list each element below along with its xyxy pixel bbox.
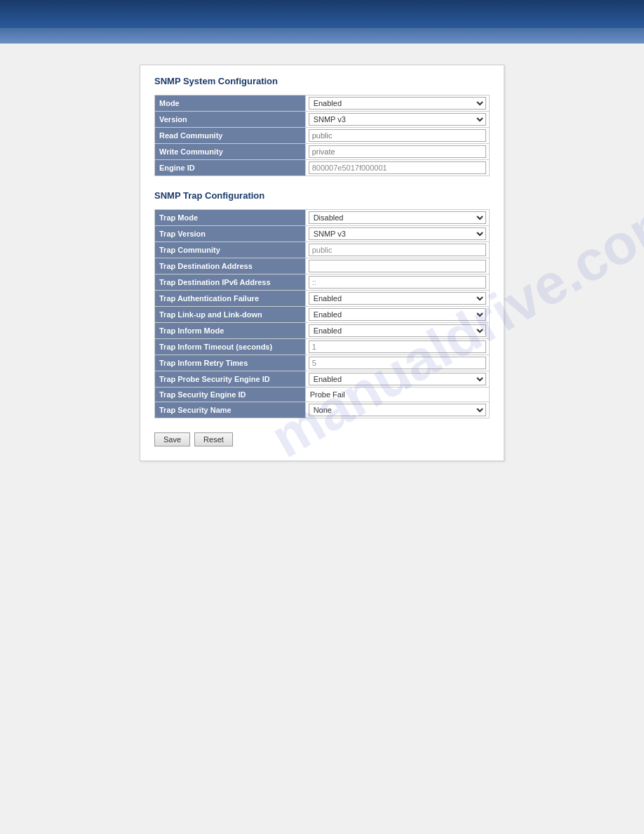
snmp-trap-title: SNMP Trap Configuration	[154, 190, 490, 204]
reset-button[interactable]: Reset	[194, 432, 233, 446]
field-select-0[interactable]: EnabledDisabled	[309, 97, 486, 110]
field-label: Trap Security Engine ID	[155, 388, 306, 402]
table-row: Trap Security Engine IDProbe Fail	[155, 388, 490, 402]
field-label: Trap Destination Address	[155, 258, 306, 274]
table-row: Trap ModeDisabledEnabled	[155, 210, 490, 226]
trap-field-text-11: Probe Fail	[309, 390, 347, 399]
field-value-cell: EnabledDisabled	[305, 307, 489, 323]
table-row: Trap Security NameNone	[155, 402, 490, 418]
trap-field-input-9[interactable]	[309, 357, 486, 369]
field-value-cell: EnabledDisabled	[305, 291, 489, 307]
sub-bar	[0, 28, 644, 44]
table-row: Trap Link-up and Link-downEnabledDisable…	[155, 307, 490, 323]
table-row: VersionSNMP v1SNMP v2cSNMP v3	[155, 112, 490, 128]
field-label: Trap Link-up and Link-down	[155, 307, 306, 323]
field-label: Trap Authentication Failure	[155, 291, 306, 307]
field-value-cell: SNMP v1SNMP v2cSNMP v3	[305, 226, 489, 242]
field-label: Write Community	[155, 144, 306, 160]
field-label: Read Community	[155, 128, 306, 144]
trap-field-input-3[interactable]	[309, 260, 486, 272]
field-label: Trap Inform Mode	[155, 323, 306, 339]
trap-field-input-4[interactable]	[309, 276, 486, 289]
trap-field-select-5[interactable]: EnabledDisabled	[309, 292, 486, 305]
field-label: Trap Version	[155, 226, 306, 242]
table-row: Trap Inform Timeout (seconds)	[155, 339, 490, 355]
field-value-cell	[305, 258, 489, 274]
snmp-system-table: ModeEnabledDisabledVersionSNMP v1SNMP v2…	[154, 95, 490, 176]
field-value-cell	[305, 355, 489, 371]
field-value-cell: DisabledEnabled	[305, 210, 489, 226]
page-content: SNMP System Configuration ModeEnabledDis…	[0, 44, 644, 816]
button-row: Save Reset	[154, 432, 490, 446]
field-label: Trap Probe Security Engine ID	[155, 371, 306, 388]
field-label: Trap Destination IPv6 Address	[155, 274, 306, 291]
field-value-cell: Probe Fail	[305, 388, 489, 402]
table-row: Engine ID	[155, 160, 490, 176]
field-value-cell: EnabledDisabled	[305, 95, 489, 112]
field-value-cell	[305, 274, 489, 291]
field-input-2[interactable]	[309, 129, 486, 142]
field-label: Trap Inform Retry Times	[155, 355, 306, 371]
field-label: Trap Security Name	[155, 402, 306, 418]
field-value-cell	[305, 144, 489, 160]
table-row: Trap Community	[155, 242, 490, 258]
trap-field-select-0[interactable]: DisabledEnabled	[309, 211, 486, 224]
table-row: ModeEnabledDisabled	[155, 95, 490, 112]
table-row: Write Community	[155, 144, 490, 160]
save-button[interactable]: Save	[154, 432, 190, 446]
table-row: Trap Probe Security Engine IDEnabledDisa…	[155, 371, 490, 388]
config-panel: SNMP System Configuration ModeEnabledDis…	[140, 65, 504, 461]
table-row: Read Community	[155, 128, 490, 144]
trap-field-input-8[interactable]	[309, 340, 486, 353]
trap-field-select-10[interactable]: EnabledDisabled	[309, 373, 486, 385]
field-value-cell	[305, 242, 489, 258]
field-value-cell	[305, 128, 489, 144]
top-bar	[0, 0, 644, 28]
field-label: Trap Inform Timeout (seconds)	[155, 339, 306, 355]
field-select-1[interactable]: SNMP v1SNMP v2cSNMP v3	[309, 113, 486, 126]
page-wrapper: SNMP System Configuration ModeEnabledDis…	[0, 0, 644, 834]
trap-field-input-2[interactable]	[309, 244, 486, 256]
field-label: Trap Mode	[155, 210, 306, 226]
table-row: Trap Inform Retry Times	[155, 355, 490, 371]
table-row: Trap Inform ModeEnabledDisabled	[155, 323, 490, 339]
table-row: Trap VersionSNMP v1SNMP v2cSNMP v3	[155, 226, 490, 242]
snmp-trap-table: Trap ModeDisabledEnabledTrap VersionSNMP…	[154, 209, 490, 418]
field-input-4[interactable]	[309, 161, 486, 174]
trap-field-select-1[interactable]: SNMP v1SNMP v2cSNMP v3	[309, 227, 486, 240]
field-value-cell	[305, 339, 489, 355]
trap-field-select-7[interactable]: EnabledDisabled	[309, 324, 486, 337]
field-label: Trap Community	[155, 242, 306, 258]
field-value-cell: None	[305, 402, 489, 418]
field-value-cell: SNMP v1SNMP v2cSNMP v3	[305, 112, 489, 128]
field-label: Engine ID	[155, 160, 306, 176]
field-value-cell: EnabledDisabled	[305, 323, 489, 339]
field-label: Version	[155, 112, 306, 128]
snmp-system-title: SNMP System Configuration	[154, 76, 490, 89]
trap-field-select-12[interactable]: None	[309, 404, 486, 416]
table-row: Trap Destination Address	[155, 258, 490, 274]
table-row: Trap Authentication FailureEnabledDisabl…	[155, 291, 490, 307]
field-value-cell	[305, 160, 489, 176]
field-input-3[interactable]	[309, 145, 486, 158]
field-value-cell: EnabledDisabled	[305, 371, 489, 388]
trap-field-select-6[interactable]: EnabledDisabled	[309, 308, 486, 321]
field-label: Mode	[155, 95, 306, 112]
table-row: Trap Destination IPv6 Address	[155, 274, 490, 291]
